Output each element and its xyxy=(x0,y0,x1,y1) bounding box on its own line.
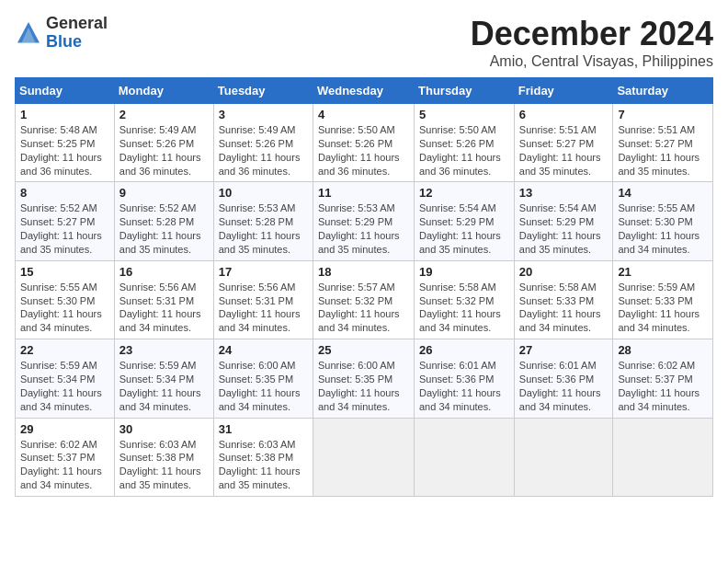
day-number: 6 xyxy=(519,108,609,121)
day-cell-24: 24Sunrise: 6:00 AM Sunset: 5:35 PM Dayli… xyxy=(213,339,313,418)
day-number: 19 xyxy=(419,265,509,279)
day-number: 24 xyxy=(219,343,308,357)
day-number: 7 xyxy=(618,108,708,121)
day-info: Sunrise: 5:54 AM Sunset: 5:29 PM Dayligh… xyxy=(519,201,609,256)
day-cell-16: 16Sunrise: 5:56 AM Sunset: 5:31 PM Dayli… xyxy=(114,260,213,339)
day-number: 1 xyxy=(20,108,109,121)
day-number: 28 xyxy=(618,343,708,357)
day-number: 18 xyxy=(318,265,409,279)
day-info: Sunrise: 5:58 AM Sunset: 5:33 PM Dayligh… xyxy=(519,281,609,335)
calendar-table: SundayMondayTuesdayWednesdayThursdayFrid… xyxy=(15,77,713,497)
day-cell-23: 23Sunrise: 5:59 AM Sunset: 5:34 PM Dayli… xyxy=(114,339,213,418)
empty-cell xyxy=(415,418,515,496)
day-cell-30: 30Sunrise: 6:03 AM Sunset: 5:38 PM Dayli… xyxy=(114,418,213,496)
day-info: Sunrise: 5:55 AM Sunset: 5:30 PM Dayligh… xyxy=(20,281,109,335)
day-info: Sunrise: 5:52 AM Sunset: 5:27 PM Dayligh… xyxy=(20,201,109,256)
day-cell-21: 21Sunrise: 5:59 AM Sunset: 5:33 PM Dayli… xyxy=(613,260,713,339)
day-number: 15 xyxy=(20,265,109,279)
week-row-2: 8Sunrise: 5:52 AM Sunset: 5:27 PM Daylig… xyxy=(16,182,713,260)
day-cell-28: 28Sunrise: 6:02 AM Sunset: 5:37 PM Dayli… xyxy=(613,339,713,418)
day-info: Sunrise: 5:48 AM Sunset: 5:25 PM Dayligh… xyxy=(20,123,109,178)
day-cell-22: 22Sunrise: 5:59 AM Sunset: 5:34 PM Dayli… xyxy=(16,339,115,418)
day-number: 8 xyxy=(20,186,109,200)
empty-cell xyxy=(514,418,613,496)
weekday-header-sunday: Sunday xyxy=(16,78,115,104)
week-row-1: 1Sunrise: 5:48 AM Sunset: 5:25 PM Daylig… xyxy=(16,104,713,182)
day-info: Sunrise: 6:01 AM Sunset: 5:36 PM Dayligh… xyxy=(519,359,609,413)
day-info: Sunrise: 5:58 AM Sunset: 5:32 PM Dayligh… xyxy=(419,281,509,335)
day-cell-11: 11Sunrise: 5:53 AM Sunset: 5:29 PM Dayli… xyxy=(313,182,414,260)
day-info: Sunrise: 5:56 AM Sunset: 5:31 PM Dayligh… xyxy=(219,281,308,335)
day-number: 5 xyxy=(419,108,509,121)
day-info: Sunrise: 6:01 AM Sunset: 5:36 PM Dayligh… xyxy=(419,359,509,413)
day-info: Sunrise: 5:57 AM Sunset: 5:32 PM Dayligh… xyxy=(318,281,409,335)
weekday-header-saturday: Saturday xyxy=(613,78,713,104)
day-info: Sunrise: 5:51 AM Sunset: 5:27 PM Dayligh… xyxy=(519,123,609,178)
day-number: 2 xyxy=(119,108,209,121)
day-cell-9: 9Sunrise: 5:52 AM Sunset: 5:28 PM Daylig… xyxy=(114,182,213,260)
day-number: 22 xyxy=(20,343,109,357)
day-cell-20: 20Sunrise: 5:58 AM Sunset: 5:33 PM Dayli… xyxy=(514,260,613,339)
weekday-header-thursday: Thursday xyxy=(415,78,515,104)
logo-icon xyxy=(15,19,42,47)
day-cell-18: 18Sunrise: 5:57 AM Sunset: 5:32 PM Dayli… xyxy=(313,260,414,339)
day-cell-25: 25Sunrise: 6:00 AM Sunset: 5:35 PM Dayli… xyxy=(313,339,414,418)
day-cell-14: 14Sunrise: 5:55 AM Sunset: 5:30 PM Dayli… xyxy=(613,182,713,260)
day-cell-27: 27Sunrise: 6:01 AM Sunset: 5:36 PM Dayli… xyxy=(514,339,613,418)
day-info: Sunrise: 6:02 AM Sunset: 5:37 PM Dayligh… xyxy=(20,438,109,492)
day-cell-2: 2Sunrise: 5:49 AM Sunset: 5:26 PM Daylig… xyxy=(114,104,213,182)
day-info: Sunrise: 6:00 AM Sunset: 5:35 PM Dayligh… xyxy=(219,359,308,413)
day-number: 26 xyxy=(419,343,509,357)
day-cell-15: 15Sunrise: 5:55 AM Sunset: 5:30 PM Dayli… xyxy=(16,260,115,339)
day-info: Sunrise: 5:59 AM Sunset: 5:33 PM Dayligh… xyxy=(618,281,708,335)
day-cell-26: 26Sunrise: 6:01 AM Sunset: 5:36 PM Dayli… xyxy=(415,339,515,418)
day-number: 30 xyxy=(119,422,209,436)
day-number: 27 xyxy=(519,343,609,357)
day-cell-13: 13Sunrise: 5:54 AM Sunset: 5:29 PM Dayli… xyxy=(514,182,613,260)
day-cell-5: 5Sunrise: 5:50 AM Sunset: 5:26 PM Daylig… xyxy=(415,104,515,182)
day-cell-29: 29Sunrise: 6:02 AM Sunset: 5:37 PM Dayli… xyxy=(16,418,115,496)
day-info: Sunrise: 5:56 AM Sunset: 5:31 PM Dayligh… xyxy=(119,281,209,335)
day-cell-17: 17Sunrise: 5:56 AM Sunset: 5:31 PM Dayli… xyxy=(213,260,313,339)
logo-text: General Blue xyxy=(46,15,108,52)
day-number: 12 xyxy=(419,186,509,200)
day-number: 16 xyxy=(119,265,209,279)
day-info: Sunrise: 5:55 AM Sunset: 5:30 PM Dayligh… xyxy=(618,201,708,256)
day-cell-19: 19Sunrise: 5:58 AM Sunset: 5:32 PM Dayli… xyxy=(415,260,515,339)
weekday-header-tuesday: Tuesday xyxy=(213,78,313,104)
page-header: General Blue December 2024 Amio, Central… xyxy=(15,15,713,70)
day-cell-12: 12Sunrise: 5:54 AM Sunset: 5:29 PM Dayli… xyxy=(415,182,515,260)
day-cell-6: 6Sunrise: 5:51 AM Sunset: 5:27 PM Daylig… xyxy=(514,104,613,182)
day-cell-31: 31Sunrise: 6:03 AM Sunset: 5:38 PM Dayli… xyxy=(213,418,313,496)
day-number: 21 xyxy=(618,265,708,279)
day-info: Sunrise: 5:53 AM Sunset: 5:28 PM Dayligh… xyxy=(219,201,308,256)
day-number: 20 xyxy=(519,265,609,279)
day-number: 29 xyxy=(20,422,109,436)
day-info: Sunrise: 5:51 AM Sunset: 5:27 PM Dayligh… xyxy=(618,123,708,178)
weekday-header-friday: Friday xyxy=(514,78,613,104)
day-number: 3 xyxy=(219,108,308,121)
day-number: 31 xyxy=(219,422,308,436)
day-cell-1: 1Sunrise: 5:48 AM Sunset: 5:25 PM Daylig… xyxy=(16,104,115,182)
weekday-header-monday: Monday xyxy=(114,78,213,104)
day-cell-4: 4Sunrise: 5:50 AM Sunset: 5:26 PM Daylig… xyxy=(313,104,414,182)
location-title: Amio, Central Visayas, Philippines xyxy=(471,53,713,70)
day-info: Sunrise: 6:03 AM Sunset: 5:38 PM Dayligh… xyxy=(219,438,308,492)
day-number: 11 xyxy=(318,186,409,200)
day-number: 13 xyxy=(519,186,609,200)
day-info: Sunrise: 5:59 AM Sunset: 5:34 PM Dayligh… xyxy=(20,359,109,413)
day-info: Sunrise: 6:02 AM Sunset: 5:37 PM Dayligh… xyxy=(618,359,708,413)
day-info: Sunrise: 5:59 AM Sunset: 5:34 PM Dayligh… xyxy=(119,359,209,413)
day-info: Sunrise: 6:03 AM Sunset: 5:38 PM Dayligh… xyxy=(119,438,209,492)
empty-cell xyxy=(613,418,713,496)
day-info: Sunrise: 5:53 AM Sunset: 5:29 PM Dayligh… xyxy=(318,201,409,256)
weekday-header-row: SundayMondayTuesdayWednesdayThursdayFrid… xyxy=(16,78,713,104)
day-number: 9 xyxy=(119,186,209,200)
week-row-5: 29Sunrise: 6:02 AM Sunset: 5:37 PM Dayli… xyxy=(16,418,713,496)
day-info: Sunrise: 5:50 AM Sunset: 5:26 PM Dayligh… xyxy=(419,123,509,178)
day-cell-7: 7Sunrise: 5:51 AM Sunset: 5:27 PM Daylig… xyxy=(613,104,713,182)
weekday-header-wednesday: Wednesday xyxy=(313,78,414,104)
logo: General Blue xyxy=(15,15,108,52)
day-number: 17 xyxy=(219,265,308,279)
empty-cell xyxy=(313,418,414,496)
